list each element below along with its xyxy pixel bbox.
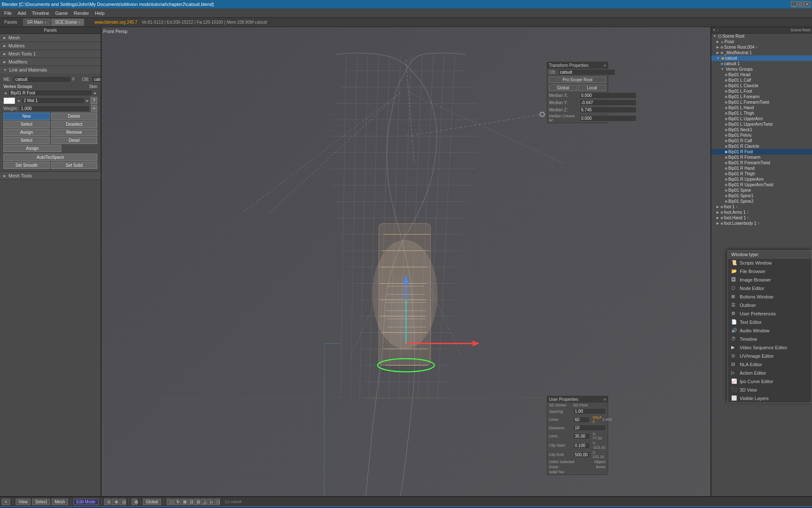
outliner-vg-bip01-r-foot[interactable]: Bip01 R Foot [711, 149, 812, 155]
wt-item-ipo[interactable]: 📈Ipo Curve Editor [728, 377, 812, 386]
set-solid-btn[interactable]: Set Solid [51, 162, 98, 169]
tool-btn-4[interactable]: ⊡ [187, 499, 193, 505]
select-menu-btn[interactable]: Select [32, 499, 50, 505]
spacing-field[interactable] [573, 408, 606, 414]
wt-item-outliner[interactable]: ☰Outliner [728, 301, 812, 309]
tool-btn-7[interactable]: ▷ [207, 499, 213, 505]
tool-btn-2[interactable]: ↻ [173, 499, 179, 505]
weight-options-btn[interactable]: ≡ [91, 105, 97, 112]
delete-group-btn[interactable]: Delete [51, 113, 98, 120]
tool-btn-8[interactable]: □ [214, 499, 220, 505]
wt-item-action[interactable]: ▷Action Editor [728, 369, 812, 377]
median-crease[interactable] [579, 115, 636, 121]
outliner-vg-bip01-r-thigh[interactable]: Bip01 R Thigh [711, 171, 812, 177]
pivot-btn-3[interactable]: ◎ [119, 499, 126, 505]
outliner-vg-bip01-l-hand[interactable]: Bip01 L Hand [711, 105, 812, 110]
outliner-vg-bip01-l-calf[interactable]: Bip01 L Calf [711, 77, 812, 83]
desel-group-btn[interactable]: Desel [51, 137, 98, 144]
outliner-vg-bip01-neck1[interactable]: Bip01 Neck1 [711, 127, 812, 133]
lines-field[interactable] [573, 417, 590, 423]
local-btn[interactable]: Local [578, 85, 606, 91]
mat-field[interactable]: 2 Mat 1 [22, 97, 85, 104]
wt-item-node[interactable]: ⬡Node Editor [728, 284, 812, 293]
outliner-vg-bip01-r-hand[interactable]: Bip01 R Hand [711, 166, 812, 171]
new-group-btn[interactable]: New [3, 113, 50, 120]
snap-btn[interactable]: ⊞ [132, 499, 137, 505]
user-props-close-btn[interactable]: × [604, 398, 606, 402]
outliner-vg-bip01-r-upperarmtwist[interactable]: Bip01 R UpperArmTwist [711, 182, 812, 188]
outliner-collapse-all[interactable]: - [717, 28, 718, 32]
wt-item-uv[interactable]: ⊙UV/Image Editor [728, 352, 812, 360]
outliner-item-foot-lowerbody[interactable]: ▶ foot.Lowerbody 1 I [711, 221, 812, 226]
outliner-vg-bip01-l-upperarm[interactable]: Bip01 L UpperArm [711, 116, 812, 121]
pivot-btn-2[interactable]: ⊕ [112, 499, 118, 505]
mesh-menu-btn[interactable]: Mesh [52, 499, 68, 505]
wt-item-nla[interactable]: ⊟NLA Editor [728, 360, 812, 369]
me-field[interactable] [13, 76, 71, 83]
mesh-section-toggle[interactable]: ▶ Mesh [0, 34, 101, 41]
wt-item-3d[interactable]: ⬛3D View [728, 386, 812, 394]
modifiers-toggle[interactable]: ▶ Modifiers [0, 58, 101, 66]
wt-item-buttons[interactable]: ⊞Buttons Window [728, 293, 812, 301]
assign-group-btn[interactable]: Assign [3, 129, 50, 136]
outliner-vg-bip01-spine[interactable]: Bip01 Spine [711, 188, 812, 193]
outliner-item-vertex-groups[interactable]: ▼ Vertex Groups [711, 66, 812, 72]
wt-item-image[interactable]: 🖼Image Browser [728, 276, 812, 284]
wt-item-audio[interactable]: 🔊Audio Window [728, 326, 812, 335]
deselect-group-btn[interactable]: Deselect [51, 121, 98, 128]
transform-close-btn[interactable]: × [604, 64, 606, 68]
menu-render[interactable]: Render [71, 10, 91, 17]
link-materials-toggle[interactable]: ▼ Link and Materials [0, 66, 101, 74]
menu-add[interactable]: Add [15, 10, 29, 17]
pivot-btn-1[interactable]: ⊙ [104, 499, 111, 505]
outliner-item-medneutral[interactable]: ▶ _MedNeutral 1 [711, 50, 812, 55]
tab-close-sce-scene[interactable]: × [78, 20, 80, 25]
wt-item-text[interactable]: 📄Text Editor [728, 318, 812, 326]
outliner-vg-bip01-l-thigh[interactable]: Bip01 L Thigh [711, 110, 812, 116]
global-btn[interactable]: Global [549, 85, 577, 91]
outliner-item-foot[interactable]: ▶ foot 1 I [711, 204, 812, 210]
outliner-vg-bip01-r-calf[interactable]: Bip01 R Calf [711, 138, 812, 144]
divisions-field[interactable] [573, 425, 606, 431]
remove-group-btn[interactable]: Remove [51, 129, 98, 136]
vertex-group-field[interactable]: Bip01 R Foot [8, 90, 92, 96]
outliner-vg-bip01-l-forearm[interactable]: Bip01 L Forearm [711, 94, 812, 99]
outliner-item-pose[interactable]: ▶ ◈ Pose [711, 39, 812, 44]
outliner-item-foot-arms[interactable]: ▶ foot.Arms 1 I [711, 210, 812, 215]
viewport[interactable]: Front Persp [102, 27, 710, 496]
outliner-vg-bip01-head[interactable]: Bip01 Head [711, 72, 812, 77]
menu-file[interactable]: File [2, 10, 14, 17]
scope-root-btn[interactable]: Pro:Scope Root [549, 77, 606, 83]
tab-sce-scene[interactable]: SCE:Scene × [51, 19, 84, 26]
outliner-vg-bip01-r-forearm[interactable]: Bip01 R Forearm [711, 155, 812, 160]
select-group-btn[interactable]: Select [3, 121, 50, 128]
set-smooth-btn[interactable]: Set Smooth [3, 162, 50, 169]
tool-btn-1[interactable]: ⬚ [167, 499, 173, 505]
outliner-vg-bip01-l-upperarmtwist[interactable]: Bip01 L UpperArmTwist [711, 121, 812, 127]
tool-btn-6[interactable]: △ [200, 499, 206, 505]
close-button[interactable]: × [804, 1, 810, 7]
color-swatch[interactable] [3, 97, 15, 104]
clip-start-field[interactable] [573, 442, 590, 449]
outliner-vg-bip01-r-forearmtwist[interactable]: Bip01 R ForearmTwist [711, 160, 812, 166]
outliner-expand-all[interactable]: + [713, 28, 715, 32]
outliner-item-foot-hand[interactable]: ▶ foot.Hand 1 I [711, 215, 812, 221]
multires-section-toggle[interactable]: ▶ Multires [0, 42, 101, 50]
menu-timeline[interactable]: Timeline [29, 10, 52, 17]
tp-ob-field[interactable] [558, 69, 615, 75]
wt-item-video[interactable]: ▶Video Sequence Editor [728, 343, 812, 352]
clip-end-field[interactable] [573, 452, 590, 458]
outliner-vg-bip01-l-foot[interactable]: Bip01 L Foot [711, 88, 812, 94]
outliner-item-scene-root[interactable]: ▼ ⬡ Scene Root [711, 33, 812, 39]
autotexspace-btn[interactable]: AutoTexSpace [3, 154, 97, 161]
outliner-vg-bip01-spine2[interactable]: Bip01 Spine2 [711, 199, 812, 204]
view-menu-btn[interactable]: View [16, 499, 31, 505]
ob-field[interactable] [92, 76, 102, 83]
wt-item-prefs[interactable]: ⚙User Preferences [728, 309, 812, 318]
menu-help[interactable]: Help [93, 10, 107, 17]
wt-item-layers[interactable]: ⬜Visible Layers [728, 394, 812, 403]
wt-item-script[interactable]: 📜Scripts Window [728, 259, 812, 267]
median-y[interactable] [579, 99, 636, 106]
outliner-vg-bip01-r-upperarm[interactable]: Bip01 R UpperArm [711, 177, 812, 182]
edit-mode-btn[interactable]: Edit Mode [74, 499, 99, 505]
